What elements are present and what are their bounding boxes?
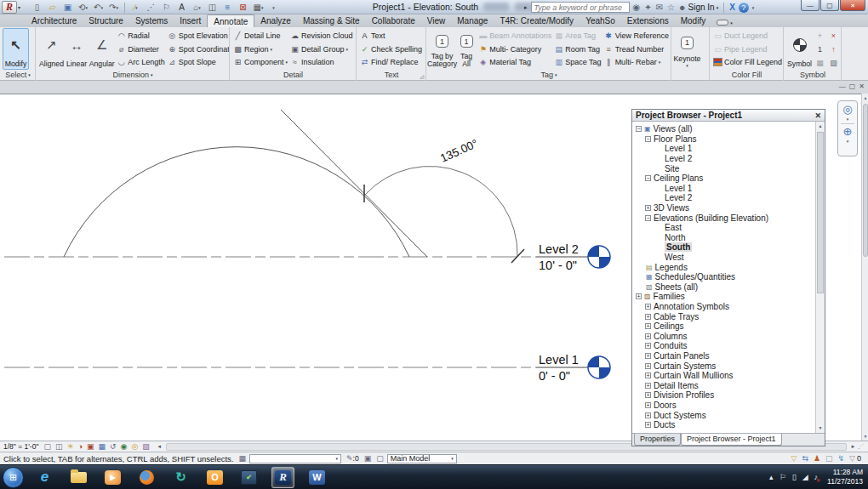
duct-legend-button[interactable]: ▭Duct Legend: [713, 30, 782, 42]
tree-item-schedules-quantities[interactable]: ▦Schedules/Quantities: [636, 272, 825, 282]
model-line[interactable]: [281, 110, 427, 257]
filter-icon[interactable]: ▽: [849, 454, 855, 463]
new-file-icon[interactable]: ▯: [31, 2, 43, 14]
tab-modify[interactable]: Modify: [675, 14, 711, 27]
unlocked-view-icon[interactable]: ↺: [110, 443, 117, 451]
taskbar-clock[interactable]: 11:28 AM 11/27/2013: [827, 468, 863, 486]
tree-item-north[interactable]: North: [636, 233, 825, 243]
stair-path-icon[interactable]: ×: [827, 29, 840, 42]
expand-icon[interactable]: +: [645, 372, 651, 378]
dialog-launcher-icon[interactable]: ◿: [420, 73, 424, 79]
expand-icon[interactable]: +: [645, 304, 651, 310]
detail-line-button[interactable]: ╱Detail Line: [233, 30, 288, 42]
sync-icon[interactable]: ⟲▾: [77, 2, 89, 14]
text-icon[interactable]: A: [175, 2, 188, 14]
region-button[interactable]: ▩Region▾: [233, 43, 288, 55]
restore-button[interactable]: ▢: [820, 0, 839, 11]
multi-category-button[interactable]: ⚑Multi- Category: [478, 43, 551, 55]
tree-item-level-1[interactable]: Level 1: [636, 184, 825, 194]
infocenter-collapse-icon[interactable]: ▸: [524, 4, 528, 11]
symbol-button[interactable]: Symbol: [786, 28, 813, 70]
word-icon[interactable]: W: [306, 467, 328, 488]
level-2-datum[interactable]: Level 2 10' - 0": [4, 242, 610, 272]
tree-item-3d-views[interactable]: +3D Views: [636, 203, 825, 213]
communication-center-icon[interactable]: ✉: [656, 3, 663, 12]
expand-icon[interactable]: +: [645, 205, 651, 211]
view-close-icon[interactable]: ✕: [859, 82, 865, 90]
model-arc[interactable]: [64, 147, 409, 257]
help-icon[interactable]: ?: [739, 3, 749, 13]
save-icon[interactable]: ▣: [61, 2, 74, 14]
tree-item-elevations-building-elevation[interactable]: −Elevations (Building Elevation): [636, 213, 825, 223]
tab-insert[interactable]: Insert: [174, 14, 207, 27]
measure-icon[interactable]: ∕▾: [129, 2, 142, 14]
room-tag-button[interactable]: ▤Room Tag: [554, 43, 601, 55]
tab-annotate[interactable]: Annotate: [207, 14, 254, 27]
tree-item-east[interactable]: East: [636, 223, 825, 233]
infocenter-search-input[interactable]: [531, 2, 630, 13]
tab-collaborate[interactable]: Collaborate: [366, 14, 421, 27]
tree-item-views-all[interactable]: −▣Views (all): [636, 124, 825, 134]
modify-button[interactable]: ↖Modify: [3, 28, 29, 70]
expand-icon[interactable]: +: [645, 353, 651, 359]
redo-icon[interactable]: ↷▾: [107, 2, 120, 14]
tree-item-families[interactable]: +▨Families: [636, 292, 825, 302]
panel-label-dimension[interactable]: Dimension▾: [37, 70, 229, 80]
rebar-symbol-icon[interactable]: ↑: [827, 43, 840, 55]
temporary-hide-isolate-icon[interactable]: ◉: [121, 443, 128, 451]
minimize-button[interactable]: —: [801, 0, 819, 11]
switch-windows-icon[interactable]: ▦▾: [252, 2, 265, 14]
keynote-button[interactable]: 1Keynote▾: [674, 28, 700, 70]
spot-elevation-button[interactable]: ◎Spot Elevation: [168, 30, 230, 42]
expand-icon[interactable]: +: [645, 422, 651, 428]
view-minimize-icon[interactable]: —: [839, 82, 846, 90]
undo-icon[interactable]: ↶▾: [92, 2, 105, 14]
resize-grip-icon[interactable]: ⋰: [858, 443, 868, 450]
tab-manage[interactable]: Manage: [451, 14, 494, 27]
internet-explorer-icon[interactable]: e: [33, 467, 56, 488]
tree-item-duct-systems[interactable]: +Duct Systems: [636, 410, 825, 420]
component-button[interactable]: ⊞Component▾: [233, 56, 288, 68]
color-fill-legend-button[interactable]: Color Fill Legend: [713, 56, 782, 68]
scroll-down-icon[interactable]: ▼: [862, 432, 868, 441]
tab-extensions[interactable]: Extensions: [621, 14, 675, 27]
panel-label-select[interactable]: Select▾: [1, 70, 35, 80]
stair-tread-number-icon[interactable]: 1: [814, 43, 826, 55]
tree-item-curtain-panels[interactable]: +Curtain Panels: [636, 351, 825, 361]
tree-item-site[interactable]: Site: [636, 163, 825, 173]
tab-structure[interactable]: Structure: [83, 14, 129, 27]
collapse-icon[interactable]: −: [645, 175, 651, 181]
close-hidden-windows-icon[interactable]: ⊠: [237, 2, 249, 14]
tree-scroll-thumb[interactable]: [817, 132, 824, 293]
zoom-icon[interactable]: ⊕: [843, 126, 853, 137]
tree-item-floor-plans[interactable]: −Floor Plans: [636, 134, 825, 145]
customize-qat-icon[interactable]: ▾: [267, 2, 280, 14]
vertical-scrollbar[interactable]: ▲ ▼: [861, 94, 868, 441]
remote-desktop-icon[interactable]: ✔: [237, 467, 260, 488]
tab-view[interactable]: View: [421, 14, 452, 27]
expand-icon[interactable]: +: [645, 412, 651, 418]
editable-only-icon[interactable]: ✎: [346, 454, 353, 463]
text-button[interactable]: AText: [360, 30, 422, 42]
view-scale-button[interactable]: 1/8" = 1'-0": [3, 442, 38, 451]
network-icon[interactable]: ◢: [802, 473, 808, 481]
subscription-center-icon[interactable]: ✦: [644, 3, 651, 12]
start-button[interactable]: ⊞: [3, 467, 24, 488]
tree-item-detail-items[interactable]: +Detail Items: [636, 380, 825, 390]
tree-item-conduits[interactable]: +Conduits: [636, 341, 825, 351]
arc-length-button[interactable]: ◡Arc Length: [117, 56, 165, 68]
tag-by-category-button[interactable]: 1Tag by Category: [429, 28, 455, 70]
expand-icon[interactable]: +: [645, 363, 651, 369]
active-workset-select[interactable]: ▾: [249, 454, 341, 463]
close-button[interactable]: ×: [840, 0, 865, 11]
default-3d-view-icon[interactable]: ⌂▾: [191, 2, 203, 14]
insulation-button[interactable]: ≈Insulation: [290, 56, 353, 68]
angular-button[interactable]: ∠Angular: [89, 28, 115, 70]
spot-slope-button[interactable]: ⊿Spot Slope: [168, 56, 230, 68]
diameter-button[interactable]: ⌀Diameter: [117, 43, 165, 55]
drag-elements-on-selection-icon[interactable]: ↯: [838, 454, 845, 463]
expand-icon[interactable]: +: [636, 293, 642, 299]
expand-icon[interactable]: +: [645, 402, 651, 408]
tab-massing-site[interactable]: Massing & Site: [297, 14, 366, 27]
tab-t4r-create-modify[interactable]: T4R: Create/Modify: [494, 14, 580, 27]
